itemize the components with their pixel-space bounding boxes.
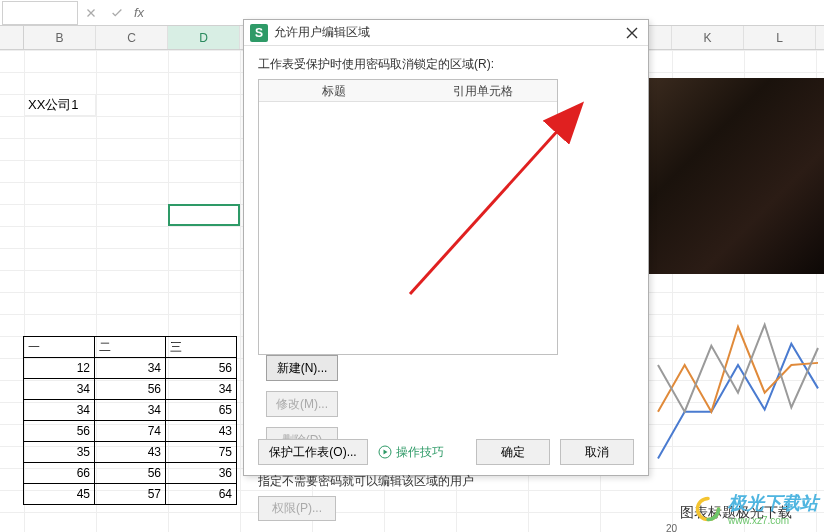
tips-link[interactable]: 操作技巧: [378, 444, 466, 461]
check-formula-icon[interactable]: [104, 1, 130, 25]
data-table[interactable]: 一 二 三 1234563456343434655674433543756656…: [23, 336, 237, 505]
watermark-logo: 极光下载站 www.xz7.com: [694, 491, 818, 526]
protect-sheet-button[interactable]: 保护工作表(O)...: [258, 439, 368, 465]
col-header[interactable]: K: [672, 26, 744, 49]
select-all-corner[interactable]: [0, 26, 24, 49]
listbox-col-title: 标题: [259, 80, 408, 101]
swirl-icon: [694, 495, 722, 523]
ok-button[interactable]: 确定: [476, 439, 550, 465]
table-cell[interactable]: 64: [166, 484, 237, 505]
table-cell[interactable]: 65: [166, 400, 237, 421]
ranges-listbox[interactable]: 标题 引用单元格: [258, 79, 558, 355]
table-cell[interactable]: 35: [24, 442, 95, 463]
table-header[interactable]: 一: [24, 337, 95, 358]
table-cell[interactable]: 74: [95, 421, 166, 442]
table-cell[interactable]: 56: [95, 463, 166, 484]
listbox-col-ref: 引用单元格: [408, 80, 557, 101]
ranges-label: 工作表受保护时使用密码取消锁定的区域(R):: [258, 56, 634, 73]
table-cell[interactable]: 43: [95, 442, 166, 463]
table-cell[interactable]: 56: [24, 421, 95, 442]
modify-button[interactable]: 修改(M)...: [266, 391, 338, 417]
allow-edit-ranges-dialog: S 允许用户编辑区域 工作表受保护时使用密码取消锁定的区域(R): 标题 引用单…: [243, 19, 649, 476]
cancel-formula-icon[interactable]: [78, 1, 104, 25]
name-box[interactable]: [2, 1, 78, 25]
table-cell[interactable]: 57: [95, 484, 166, 505]
table-cell[interactable]: 75: [166, 442, 237, 463]
col-header[interactable]: C: [96, 26, 168, 49]
cancel-button[interactable]: 取消: [560, 439, 634, 465]
active-cell-cursor[interactable]: [168, 204, 240, 226]
col-header-selected[interactable]: D: [168, 26, 240, 49]
permissions-button[interactable]: 权限(P)...: [258, 496, 336, 521]
close-icon[interactable]: [622, 23, 642, 43]
app-icon: S: [250, 24, 268, 42]
new-button[interactable]: 新建(N)...: [266, 355, 338, 381]
y-tick-label: 20: [666, 523, 677, 532]
permissions-label: 指定不需要密码就可以编辑该区域的用户: [258, 473, 634, 490]
table-header[interactable]: 三: [166, 337, 237, 358]
table-cell[interactable]: 45: [24, 484, 95, 505]
table-cell[interactable]: 34: [24, 379, 95, 400]
table-cell[interactable]: 66: [24, 463, 95, 484]
fx-label[interactable]: fx: [134, 5, 144, 20]
table-cell[interactable]: 56: [95, 379, 166, 400]
table-cell[interactable]: 34: [95, 358, 166, 379]
play-icon: [378, 445, 392, 459]
table-cell[interactable]: 43: [166, 421, 237, 442]
dialog-title: 允许用户编辑区域: [274, 24, 622, 41]
chart-svg: [648, 304, 824, 494]
dialog-titlebar[interactable]: S 允许用户编辑区域: [244, 20, 648, 46]
table-cell[interactable]: 12: [24, 358, 95, 379]
table-cell[interactable]: 34: [95, 400, 166, 421]
table-cell[interactable]: 34: [24, 400, 95, 421]
col-header[interactable]: L: [744, 26, 816, 49]
embedded-image[interactable]: [648, 78, 824, 274]
table-cell[interactable]: 56: [166, 358, 237, 379]
table-header[interactable]: 二: [95, 337, 166, 358]
cell-content[interactable]: XX公司1: [24, 94, 96, 116]
table-cell[interactable]: 34: [166, 379, 237, 400]
col-header[interactable]: B: [24, 26, 96, 49]
table-cell[interactable]: 36: [166, 463, 237, 484]
